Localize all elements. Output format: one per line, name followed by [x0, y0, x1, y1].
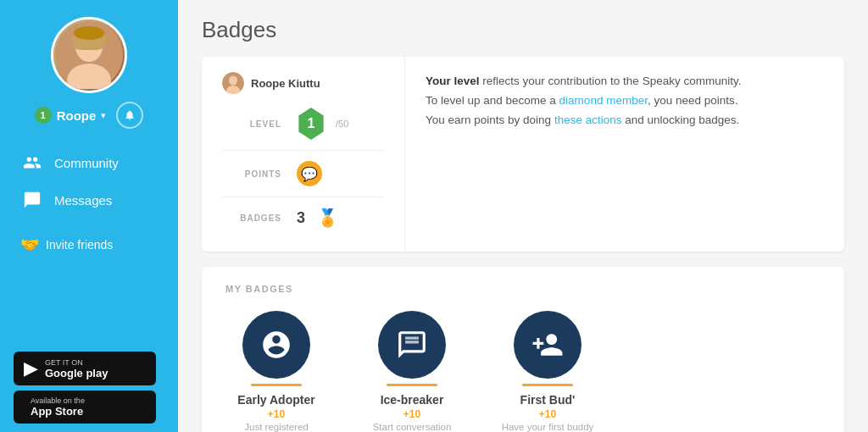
username-label: Roope [57, 108, 97, 123]
level-value-group: 1 /50 [297, 108, 348, 140]
my-badge-item: Early Adopter +10 Just registered [225, 311, 327, 432]
badge-circle [378, 311, 446, 379]
app-store-button[interactable]: Available on the App Store [14, 390, 156, 424]
badge-circle [242, 311, 310, 379]
badge-name: Ice-breaker [381, 393, 444, 407]
level-badge-sidebar: 1 [35, 107, 52, 124]
info-paragraph-2: To level up and become a diamond member,… [426, 91, 824, 111]
invite-friends-label: Invite friends [46, 238, 113, 252]
points-icon: 💬 [297, 161, 322, 186]
badge-points: +10 [539, 408, 556, 420]
page-title: Badges [202, 17, 844, 43]
google-play-name-label: Google play [45, 367, 108, 379]
info-text-2: To level up and become a [426, 94, 559, 107]
badge-medal-icon: 🏅 [317, 208, 338, 228]
level-number: 1 [308, 116, 315, 131]
points-label: POINTS [222, 169, 281, 179]
badge-desc: Have your first buddy [502, 422, 594, 432]
badge-underline [522, 384, 573, 386]
level-sub-text: /50 [336, 119, 348, 129]
profile-badges-card: Roope Kiuttu LEVEL 1 /50 POINTS 💬 [202, 57, 844, 252]
badge-desc: Start conversation [373, 422, 452, 432]
user-row: 1 Roope ▾ [35, 102, 144, 129]
user-avatar-small [222, 72, 244, 94]
community-icon [20, 153, 44, 172]
invite-friends-button[interactable]: 🤝 Invite friends [0, 227, 178, 263]
user-name-row: Roope Kiuttu [222, 72, 384, 94]
info-paragraph-3: You earn points by doing these actions a… [426, 111, 824, 130]
badge-circle [514, 311, 581, 379]
google-play-top-label: GET IT ON [45, 358, 108, 367]
app-store-top-label: Available on the [31, 396, 85, 405]
badges-count: 3 [297, 209, 305, 227]
points-stat-row: POINTS 💬 [222, 161, 384, 186]
avatar [51, 17, 127, 93]
sidebar-item-messages[interactable]: Messages [0, 181, 178, 219]
app-store-name-label: App Store [31, 405, 85, 418]
level-label: LEVEL [222, 119, 281, 129]
community-label: Community [54, 156, 119, 170]
main-content: Badges Roope Kiuttu LEVEL [178, 0, 868, 432]
these-actions-link[interactable]: these actions [554, 114, 622, 126]
my-badges-section-label: MY BADGES [225, 284, 821, 294]
badge-points: +10 [268, 408, 285, 420]
info-bold-text: Your level [426, 75, 480, 87]
info-paragraph-1: Your level reflects your contribution to… [426, 72, 824, 91]
messages-icon [20, 191, 44, 209]
badge-points: +10 [403, 408, 420, 420]
info-text-4: You earn points by doing [426, 114, 554, 126]
badges-stat-label: BADGES [222, 213, 281, 223]
my-badge-item: Ice-breaker +10 Start conversation [361, 311, 463, 432]
badge-underline [387, 384, 437, 386]
info-text-5: and unlocking badges. [621, 114, 739, 126]
badges-value-group: 3 🏅 [297, 208, 338, 228]
messages-label: Messages [54, 193, 112, 208]
badge-desc: Just registered [244, 422, 308, 432]
svg-point-4 [74, 26, 104, 40]
my-badges-grid: Early Adopter +10 Just registered Ice-br… [225, 311, 821, 432]
sidebar: 1 Roope ▾ Community Messages 🤝 Invite fr… [0, 0, 178, 432]
svg-point-6 [229, 76, 237, 86]
info-text-1: reflects your contribution to the Speaky… [480, 75, 742, 87]
chevron-down-icon[interactable]: ▾ [101, 110, 106, 121]
notifications-bell-button[interactable] [116, 102, 143, 129]
badge-underline [251, 384, 302, 386]
sidebar-item-community[interactable]: Community [0, 144, 178, 181]
google-play-button[interactable]: ▶ GET IT ON Google play [14, 352, 156, 385]
level-hex-badge: 1 [297, 108, 326, 140]
info-text-3: , you need points. [648, 94, 738, 107]
my-badges-card: MY BADGES Early Adopter +10 Just registe… [202, 267, 844, 432]
badges-stat-row: BADGES 3 🏅 [222, 208, 384, 228]
my-badge-item: First Bud' +10 Have your first buddy [497, 311, 598, 432]
points-value-group: 💬 [297, 161, 322, 186]
badges-info-panel: Your level reflects your contribution to… [405, 57, 844, 252]
user-full-name: Roope Kiuttu [251, 77, 320, 90]
badge-name: Early Adopter [237, 393, 314, 407]
badge-name: First Bud' [520, 393, 576, 407]
profile-stats-panel: Roope Kiuttu LEVEL 1 /50 POINTS 💬 [202, 57, 405, 252]
diamond-member-link[interactable]: diamond member [559, 94, 648, 107]
store-buttons: ▶ GET IT ON Google play Available on the… [0, 343, 178, 432]
level-stat-row: LEVEL 1 /50 [222, 108, 384, 140]
